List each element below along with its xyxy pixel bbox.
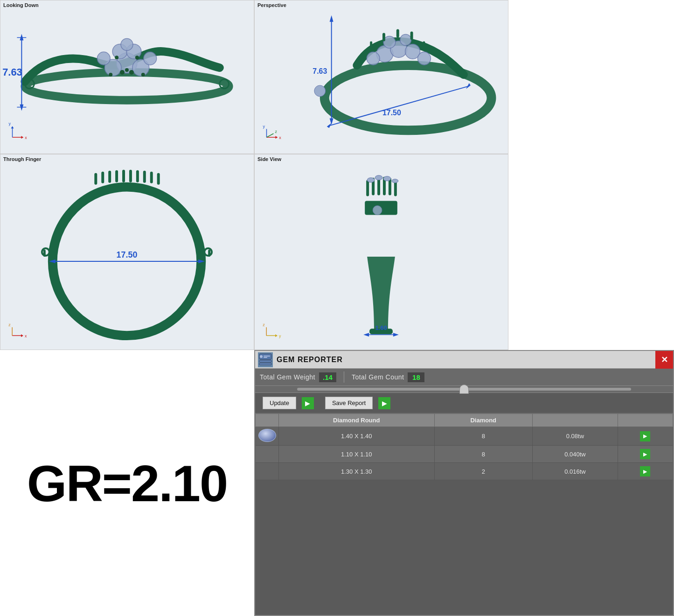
svg-rect-41 [396,29,399,38]
viewport-svg-bot-right: 1.60 y z [255,154,508,350]
stats-row: Total Gem Weight .14 Total Gem Count 18 [255,369,673,386]
col-icon [256,414,279,427]
viewport-label-looking-down: Looking Down [3,2,39,8]
gem-size-3: 1.30 X 1.30 [279,463,435,480]
gem-weight-3: 0.016tw [533,463,618,480]
gem-reporter-icon [258,352,273,367]
gem-row-action-3[interactable]: ▶ [618,463,673,480]
svg-point-13 [141,73,145,77]
svg-point-7 [97,52,110,65]
gem-table: Diamond Round Diamond 1.40 X 1.40 8 0.08… [255,413,673,480]
svg-rect-113 [264,356,270,357]
viewport-label-through-finger: Through Finger [3,156,41,162]
svg-rect-65 [108,171,111,183]
col-count-header [533,414,618,427]
svg-rect-42 [410,32,413,40]
svg-text:7.63: 7.63 [313,67,327,75]
svg-point-9 [121,39,133,51]
svg-text:17.50: 17.50 [117,250,138,259]
gem-reporter-panel: GEM REPORTER ✕ Total Gem Weight .14 Tota… [254,350,674,616]
count-label: Total Gem Count [352,373,404,381]
svg-rect-110 [259,360,271,362]
svg-rect-72 [157,173,160,185]
viewport-svg-top-right: 17.50 7.63 x y z [255,0,508,154]
save-play-button[interactable]: ▶ [378,397,390,409]
count-stat: Total Gem Count 18 [352,372,425,382]
gem-size-1: 1.40 X 1.40 [279,427,435,446]
gem-icon-cell-3 [256,463,279,480]
gem-count-1: 8 [434,427,533,446]
gem-icon-cell-2 [256,446,279,463]
svg-rect-114 [264,357,267,358]
svg-rect-75 [43,250,46,257]
col-type: Diamond Round [279,414,435,427]
svg-rect-63 [94,173,97,185]
slider-row [255,386,673,393]
gem-row-action-1[interactable]: ▶ [618,427,673,446]
svg-point-112 [260,355,263,358]
weight-label: Total Gem Weight [260,373,315,381]
viewport-through-finger[interactable]: Through Finger [0,154,254,350]
gem-reporter-title: GEM REPORTER [277,356,343,364]
svg-text:17.50: 17.50 [382,109,401,117]
slider-track[interactable] [297,388,632,391]
viewport-label-perspective: Perspective [257,2,286,8]
svg-point-39 [400,35,411,46]
viewport-looking-down[interactable]: Looking Down [0,0,254,154]
svg-rect-71 [150,172,153,183]
row-play-button-1[interactable]: ▶ [640,431,650,441]
table-row: 1.30 X 1.30 2 0.016tw ▶ [256,463,673,480]
gem-weight-2: 0.040tw [533,446,618,463]
svg-point-10 [120,70,125,75]
viewport-svg-bot-left: 17.50 x z [0,154,254,350]
gem-row-action-2[interactable]: ▶ [618,446,673,463]
count-value: 18 [408,372,424,382]
svg-rect-67 [122,170,125,182]
svg-rect-111 [259,363,271,365]
viewport-perspective[interactable]: Perspective [254,0,508,154]
svg-text:y: y [9,121,11,126]
row-play-button-3[interactable]: ▶ [640,466,650,476]
col-weight-header [618,414,673,427]
svg-point-11 [129,70,134,75]
svg-rect-69 [136,170,139,182]
svg-point-15 [135,56,139,59]
svg-rect-64 [101,172,104,183]
close-button[interactable]: ✕ [655,351,673,369]
svg-text:z: z [275,129,277,134]
viewport-label-side-view: Side View [257,156,281,162]
slider-thumb[interactable] [459,385,469,394]
svg-rect-89 [366,180,369,196]
svg-point-16 [125,68,129,72]
svg-rect-76 [208,250,210,257]
gem-icon-cell [256,427,279,446]
update-play-button[interactable]: ▶ [302,397,314,409]
svg-text:1.60: 1.60 [375,324,387,331]
svg-point-97 [383,176,391,181]
svg-text:y: y [263,124,265,129]
gem-weight-1: 0.08tw [533,427,618,446]
buttons-row: Update ▶ Save Report ▶ [255,393,673,413]
table-row: 1.10 X 1.10 8 0.040tw ▶ [256,446,673,463]
svg-text:z: z [263,322,265,327]
svg-rect-70 [143,171,146,183]
weight-stat: Total Gem Weight .14 [260,372,336,382]
gem-icon [258,429,276,442]
svg-point-98 [392,179,398,183]
viewports-grid: Looking Down [0,0,508,350]
svg-text:7.63: 7.63 [2,66,22,78]
gem-size-2: 1.10 X 1.10 [279,446,435,463]
viewport-side-view[interactable]: Side View [254,154,508,350]
gem-count-2: 8 [434,446,533,463]
update-button[interactable]: Update [263,397,296,409]
svg-text:x: x [25,334,27,338]
svg-point-96 [375,175,382,180]
gem-count-3: 2 [434,463,533,480]
row-play-button-2[interactable]: ▶ [640,449,650,459]
gr-label-area: GR=2.10 [0,350,254,616]
save-report-button[interactable]: Save Report [325,397,373,409]
svg-point-12 [109,73,112,77]
weight-value: .14 [319,372,336,382]
svg-point-95 [367,178,375,182]
svg-rect-68 [129,170,132,182]
